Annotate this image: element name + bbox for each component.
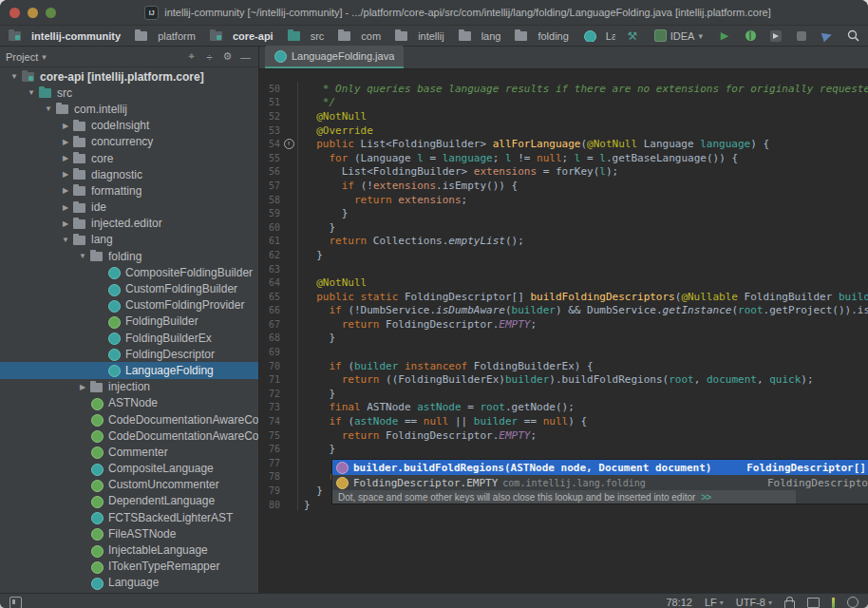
tree-item-fileastnode[interactable]: FileASTNode — [0, 525, 258, 542]
code-line-51[interactable]: 51 */ — [259, 96, 868, 110]
hide-panel-icon[interactable]: — — [238, 51, 253, 63]
tree-item-injectablelanguage[interactable]: InjectableLanguage — [0, 542, 258, 558]
code-line-61[interactable]: 61 return Collections.emptyList(); — [259, 235, 868, 249]
tree-item-commenter[interactable]: Commenter — [0, 444, 258, 460]
code-line-73[interactable]: 73 final ASTNode astNode = root.getNode(… — [259, 401, 868, 415]
line-separator-select[interactable]: LF ▾ — [705, 597, 724, 608]
code-line-57[interactable]: 57 if (!extensions.isEmpty()) { — [259, 179, 868, 193]
tree-item-language[interactable]: Language — [0, 575, 258, 591]
run-config-select[interactable]: IDEA ▾ — [651, 28, 707, 43]
tree-item-src[interactable]: ▼src — [0, 85, 258, 101]
launch-pointer-icon[interactable] — [820, 28, 835, 44]
coverage-icon[interactable] — [768, 28, 783, 44]
folder-icon — [72, 234, 86, 246]
notifications-icon[interactable] — [847, 597, 859, 608]
code-line-62[interactable]: 62 } — [259, 248, 868, 262]
breadcrumb-item[interactable]: platform — [134, 29, 196, 42]
code-line-55[interactable]: 55 for (Language l = language; l != null… — [259, 151, 868, 165]
code-line-76[interactable]: 76 } — [259, 442, 868, 456]
tree-item-lang[interactable]: ▼lang — [0, 232, 258, 248]
code-text: } — [298, 207, 348, 219]
settings-gear-icon[interactable]: ⚙ — [220, 50, 235, 63]
tree-item-ide[interactable]: ▶ide — [0, 200, 258, 216]
tree-item-foldingdescriptor[interactable]: FoldingDescriptor — [0, 346, 258, 362]
code-line-53[interactable]: 53 @Override — [259, 124, 868, 138]
code-line-58[interactable]: 58 return extensions; — [259, 193, 868, 207]
tree-item-diagnostic[interactable]: ▶diagnostic — [0, 166, 258, 182]
breadcrumb-item[interactable]: intellij — [394, 29, 444, 42]
tree-item-dependentlanguage[interactable]: DependentLanguage — [0, 493, 258, 509]
code-line-63[interactable]: 63 — [259, 262, 868, 276]
tree-item-itokentyperemapper[interactable]: ITokenTypeRemapper — [0, 559, 258, 575]
debug-icon[interactable] — [743, 28, 758, 44]
zoom-button[interactable] — [46, 8, 56, 18]
code-line-54[interactable]: 54↑ public List<FoldingBuilder> allForLa… — [259, 137, 868, 151]
code-line-70[interactable]: 70 if (builder instanceof FoldingBuilder… — [259, 359, 868, 373]
code-line-50[interactable]: 50 * Only queries base language results … — [259, 82, 868, 96]
build-hammer-icon[interactable]: ⚒ — [625, 28, 640, 44]
code-line-66[interactable]: 66 if (!DumbService.isDumbAware(builder)… — [259, 304, 868, 318]
code-line-74[interactable]: 74 if (astNode == null || builder == nul… — [259, 414, 868, 428]
code-line-64[interactable]: 64 @NotNull — [259, 276, 868, 290]
code-line-52[interactable]: 52 @NotNull — [259, 109, 868, 124]
tree-item-foldingbuilderex[interactable]: FoldingBuilderEx — [0, 330, 258, 346]
tree-item-formatting[interactable]: ▶formatting — [0, 182, 258, 199]
completion-item[interactable]: builder.buildFoldRegions(ASTNode node, D… — [332, 460, 868, 475]
code-line-72[interactable]: 72 } — [259, 387, 868, 401]
close-button[interactable] — [9, 8, 20, 18]
code-editor[interactable]: 50 * Only queries base language results … — [259, 69, 868, 593]
code-line-65[interactable]: 65 public static FoldingDescriptor[] bui… — [259, 290, 868, 304]
tree-item-customuncommenter[interactable]: CustomUncommenter — [0, 477, 258, 493]
collapse-all-icon[interactable]: ÷ — [202, 51, 217, 63]
toolwindow-switcher-icon[interactable] — [9, 597, 22, 608]
tree-item-compositefoldingbuilder[interactable]: CompositeFoldingBuilder — [0, 264, 258, 280]
minimize-button[interactable] — [28, 8, 38, 18]
code-text: } — [298, 332, 335, 344]
tree-item-codedocumentationawareco[interactable]: CodeDocumentationAwareCo — [0, 411, 258, 428]
readonly-lock-icon[interactable] — [784, 600, 795, 608]
completion-item[interactable]: FoldingDescriptor.EMPTYcom.intellij.lang… — [332, 475, 868, 490]
tree-item-customfoldingbuilder[interactable]: CustomFoldingBuilder — [0, 280, 258, 296]
tree-item-injection[interactable]: ▶injection — [0, 379, 258, 395]
editor-tab[interactable]: LanguageFolding.java — [265, 46, 404, 68]
breadcrumb-item[interactable]: lang — [458, 29, 501, 42]
breadcrumb-item[interactable]: intellij-community — [8, 29, 121, 42]
tree-item-core[interactable]: ▶core — [0, 150, 258, 166]
breadcrumb-item[interactable]: core-api — [209, 29, 274, 42]
tree-item-codeinsight[interactable]: ▶codeInsight — [0, 118, 258, 134]
breadcrumb-item[interactable]: src — [287, 29, 325, 42]
run-icon[interactable]: ▶ — [717, 28, 732, 44]
code-line-71[interactable]: 71 return ((FoldingBuilderEx)builder).bu… — [259, 372, 868, 387]
breadcrumb-item[interactable]: com — [337, 29, 381, 42]
tree-item-fctsbackedlighterast[interactable]: FCTSBackedLighterAST — [0, 509, 258, 525]
tree-item-languagefolding[interactable]: LanguageFolding — [0, 362, 258, 378]
tree-item-astnode[interactable]: ASTNode — [0, 395, 258, 411]
breadcrumb-item[interactable]: LanguageFolding — [582, 29, 615, 42]
highlighting-level-icon[interactable] — [807, 598, 820, 608]
tree-item-com.intellij[interactable]: ▼com.intellij — [0, 101, 258, 117]
tree-item-injected.editor[interactable]: ▶injected.editor — [0, 216, 258, 232]
breadcrumb-item[interactable]: folding — [514, 29, 568, 42]
tree-item-customfoldingprovider[interactable]: CustomFoldingProvider — [0, 297, 258, 314]
chevron-down-icon[interactable]: ▾ — [42, 52, 47, 62]
tree-item-concurrency[interactable]: ▶concurrency — [0, 134, 258, 150]
code-line-60[interactable]: 60 } — [259, 220, 868, 235]
code-line-67[interactable]: 67 return FoldingDescriptor.EMPTY; — [259, 317, 868, 332]
tree-item-codedocumentationawareco[interactable]: CodeDocumentationAwareCo — [0, 428, 258, 444]
tree-item-label: formatting — [91, 184, 142, 198]
completion-hint-more[interactable]: >> — [701, 492, 710, 503]
search-icon[interactable] — [845, 28, 860, 44]
code-line-56[interactable]: 56 List<FoldingBuilder> extensions = for… — [259, 165, 868, 180]
locate-file-icon[interactable]: ⌖ — [184, 50, 198, 63]
code-line-69[interactable]: 69 — [259, 345, 868, 359]
stop-icon[interactable] — [794, 28, 809, 44]
tree-item-folding[interactable]: ▼folding — [0, 248, 258, 264]
encoding-select[interactable]: UTF-8 ▾ — [736, 597, 772, 608]
code-line-59[interactable]: 59 } — [259, 206, 868, 220]
tree-item-compositelanguage[interactable]: CompositeLanguage — [0, 461, 258, 477]
tree-item-foldingbuilder[interactable]: FoldingBuilder — [0, 314, 258, 330]
tree-item-core-api[interactable]: ▼core-api [intellij.platform.core] — [0, 68, 258, 85]
caret-position[interactable]: 78:12 — [666, 597, 692, 608]
code-line-75[interactable]: 75 return FoldingDescriptor.EMPTY; — [259, 428, 868, 443]
code-line-68[interactable]: 68 } — [259, 332, 868, 346]
